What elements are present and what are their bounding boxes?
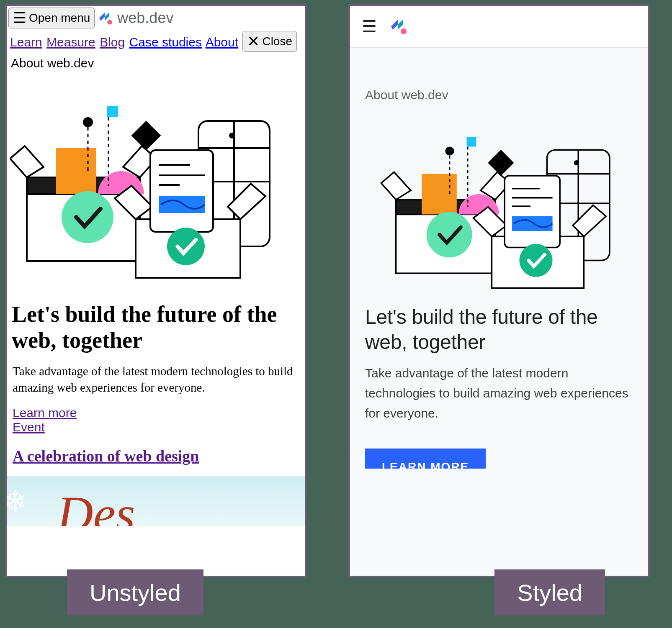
webdev-logo-icon[interactable] (389, 16, 409, 36)
learn-more-link[interactable]: Learn more (13, 406, 299, 420)
nav-blog[interactable]: Blog (100, 35, 125, 49)
logo-text: web.dev (117, 9, 173, 27)
hamburger-icon: ☰ (13, 10, 26, 26)
webdev-logo-icon (97, 10, 114, 26)
label-unstyled: Unstyled (67, 569, 203, 615)
close-menu-button[interactable]: ✕ Close (242, 31, 297, 52)
site-logo[interactable]: web.dev (97, 9, 173, 27)
eyebrow: About web.dev (7, 53, 305, 74)
open-menu-label: Open menu (29, 11, 90, 25)
label-styled: Styled (494, 569, 605, 615)
celebration-link[interactable]: A celebration of web design (13, 447, 199, 465)
page-title: Let's build the future of the web, toget… (365, 305, 633, 355)
eyebrow: About web.dev (365, 88, 633, 102)
hero-illustration (7, 74, 305, 291)
lede-text: Take advantage of the latest modern tech… (7, 358, 305, 401)
hamburger-icon[interactable]: ☰ (362, 18, 377, 35)
event-link[interactable]: Event (13, 420, 299, 434)
unstyled-panel: ☰ Open menu web.dev Learn Measure Blog C… (5, 4, 306, 577)
section-heading: A celebration of web design (7, 439, 305, 469)
nav-case-studies[interactable]: Case studies (129, 35, 202, 49)
lede-text: Take advantage of the latest modern tech… (365, 363, 633, 423)
event-banner-image: ❄ Des (7, 476, 305, 526)
nav-links: Learn Measure Blog Case studies About ✕ … (7, 30, 305, 53)
open-menu-button[interactable]: ☰ Open menu (8, 8, 95, 28)
learn-more-button[interactable]: LEARN MORE (365, 449, 486, 469)
banner-script-text: Des (57, 485, 135, 526)
nav-about[interactable]: About (206, 35, 238, 49)
hero-illustration (380, 111, 618, 295)
app-bar: ☰ (350, 6, 648, 48)
comparison-labels: Unstyled Styled (0, 569, 672, 628)
nav-learn[interactable]: Learn (10, 35, 42, 49)
styled-panel: ☰ About web.dev Let's build the future o… (348, 4, 650, 577)
nav-measure[interactable]: Measure (46, 35, 95, 49)
close-icon: ✕ (247, 34, 260, 49)
page-title: Let's build the future of the web, toget… (7, 291, 305, 358)
snowflake-icon: ❄ (7, 484, 32, 514)
close-label: Close (262, 35, 292, 48)
